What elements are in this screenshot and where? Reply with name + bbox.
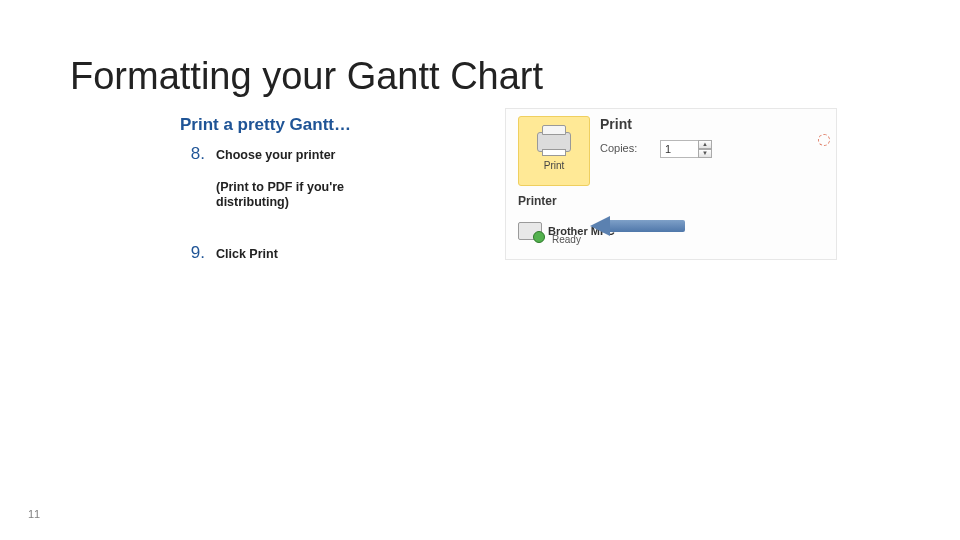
arrow-left-icon xyxy=(590,216,610,236)
print-button[interactable]: Print xyxy=(518,116,590,186)
copies-input[interactable]: 1 xyxy=(660,140,700,158)
print-button-label: Print xyxy=(544,160,565,171)
decorative-circle-icon xyxy=(818,134,830,146)
printer-icon xyxy=(537,132,571,152)
page-number: 11 xyxy=(28,508,40,520)
printer-device-icon xyxy=(518,222,542,240)
status-ready-icon xyxy=(533,231,545,243)
dialog-heading-printer: Printer xyxy=(518,194,557,208)
copies-label: Copies: xyxy=(600,142,637,154)
step-note-8: (Print to PDF if you're distributing) xyxy=(216,180,351,210)
printer-status: Ready xyxy=(552,234,581,245)
chevron-up-icon[interactable]: ▲ xyxy=(698,140,712,149)
step-number-8: 8. xyxy=(185,144,205,164)
slide-subtitle: Print a pretty Gantt… xyxy=(180,115,351,135)
step-text-9: Click Print xyxy=(216,247,278,261)
callout-arrow xyxy=(590,216,685,236)
dialog-heading-print: Print xyxy=(600,116,632,132)
slide-title: Formatting your Gantt Chart xyxy=(70,55,543,98)
copies-stepper[interactable]: ▲ ▼ xyxy=(698,140,712,158)
step-number-9: 9. xyxy=(185,243,205,263)
chevron-down-icon[interactable]: ▼ xyxy=(698,149,712,158)
step-text-8: Choose your printer xyxy=(216,148,335,162)
